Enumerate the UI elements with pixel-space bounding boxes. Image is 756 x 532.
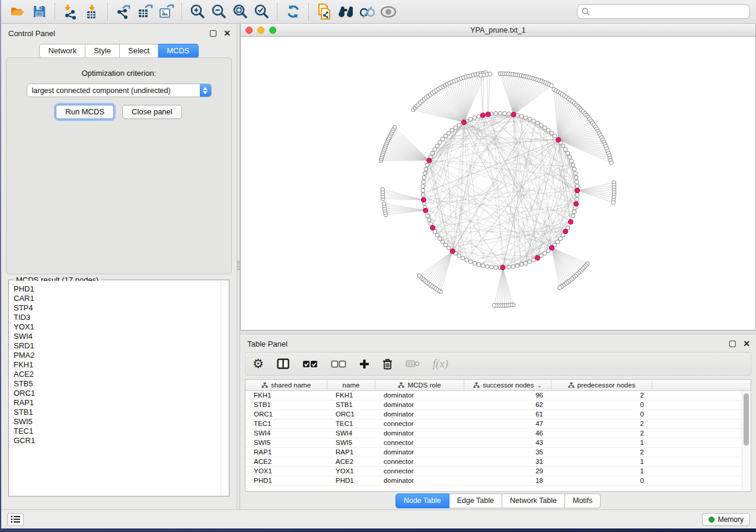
network-node[interactable] <box>421 193 425 197</box>
zoom-selected-button[interactable] <box>251 3 272 21</box>
save-session-button[interactable] <box>28 3 50 21</box>
mcds-hub-node[interactable] <box>461 120 466 125</box>
network-node[interactable] <box>535 121 539 124</box>
run-mcds-button[interactable]: Run MCDS <box>56 105 114 119</box>
table-row[interactable]: SWI4SWI4dominator462 <box>245 429 751 438</box>
open-session-button[interactable] <box>7 3 28 21</box>
result-list-item[interactable]: TID3 <box>14 313 217 322</box>
network-node[interactable] <box>543 126 547 129</box>
network-node[interactable] <box>524 261 527 265</box>
network-node[interactable] <box>575 184 579 188</box>
tab-network-table[interactable]: Network Table <box>502 493 565 508</box>
network-node[interactable] <box>573 171 577 175</box>
network-node[interactable] <box>465 258 468 262</box>
result-list-item[interactable]: ACE2 <box>14 370 217 379</box>
network-node[interactable] <box>611 200 615 204</box>
tab-node-table[interactable]: Node Table <box>395 493 449 508</box>
panel-divider[interactable] <box>237 24 240 509</box>
network-node[interactable] <box>477 114 480 118</box>
network-node[interactable] <box>553 134 556 137</box>
network-node[interactable] <box>572 167 576 171</box>
column-header-shared-name[interactable]: shared name <box>245 380 327 390</box>
network-node[interactable] <box>498 111 502 115</box>
network-node[interactable] <box>447 246 451 249</box>
table-row[interactable]: ORC1ORC1dominator610 <box>245 410 751 419</box>
network-node[interactable] <box>422 175 426 179</box>
network-node[interactable] <box>417 274 421 277</box>
tab-style[interactable]: Style <box>85 44 120 58</box>
network-node[interactable] <box>421 184 425 188</box>
table-scrollbar-thumb[interactable] <box>744 393 749 446</box>
network-node[interactable] <box>430 151 434 155</box>
network-node[interactable] <box>494 111 497 115</box>
network-node[interactable] <box>473 261 476 265</box>
network-node[interactable] <box>450 129 454 132</box>
memory-button[interactable]: Memory <box>702 513 750 526</box>
network-node[interactable] <box>558 286 562 289</box>
network-node[interactable] <box>435 144 439 148</box>
tab-select[interactable]: Select <box>120 44 158 58</box>
network-node[interactable] <box>572 210 576 213</box>
network-node[interactable] <box>424 167 428 171</box>
network-node[interactable] <box>546 249 550 252</box>
mcds-hub-node[interactable] <box>423 208 428 213</box>
delete-column-button[interactable] <box>382 355 393 372</box>
import-table-button[interactable] <box>81 3 103 21</box>
close-panel-button[interactable]: Close panel <box>122 105 182 119</box>
zoom-out-button[interactable] <box>208 3 229 21</box>
import-network-button[interactable] <box>60 3 81 21</box>
table-row[interactable]: ACE2ACE2connector311 <box>245 457 751 467</box>
network-node[interactable] <box>490 265 493 269</box>
result-scrollbar[interactable] <box>221 281 228 495</box>
column-header-MCDS-role[interactable]: MCDS role <box>375 380 464 390</box>
network-node[interactable] <box>571 214 575 217</box>
network-node[interactable] <box>473 116 476 119</box>
network-node[interactable] <box>546 129 550 132</box>
mcds-hub-node[interactable] <box>450 249 455 254</box>
mcds-hub-node[interactable] <box>511 112 516 117</box>
column-header-predecessor-nodes[interactable]: predecessor nodes <box>551 380 652 390</box>
column-header-successor-nodes[interactable]: successor nodes⌄ <box>464 380 551 390</box>
delete-table-button[interactable] <box>406 355 420 372</box>
tab-mcds[interactable]: MCDS <box>158 44 198 58</box>
result-list-item[interactable]: SRD1 <box>14 341 217 351</box>
network-node[interactable] <box>610 161 613 165</box>
table-row[interactable]: SWI5SWI5connector431 <box>245 438 751 448</box>
table-settings-button[interactable]: ⚙ <box>253 355 264 372</box>
result-list-item[interactable]: GCR1 <box>14 436 217 446</box>
function-builder-button[interactable]: f(x) <box>433 355 448 372</box>
network-node[interactable] <box>519 114 523 118</box>
result-list-item[interactable]: STB5 <box>14 379 217 389</box>
table-scrollbar[interactable] <box>742 391 749 490</box>
network-node[interactable] <box>561 233 564 237</box>
network-window-titlebar[interactable]: YPA_prune.txt_1 <box>241 24 755 37</box>
task-history-button[interactable] <box>7 513 24 526</box>
mcds-hub-node[interactable] <box>421 197 426 202</box>
search-input[interactable] <box>593 7 745 17</box>
network-node[interactable] <box>575 175 578 179</box>
table-row[interactable]: FKH1FKH1dominator962 <box>245 391 751 400</box>
mcds-hub-node[interactable] <box>535 255 540 260</box>
network-node[interactable] <box>488 72 492 76</box>
export-table-button[interactable] <box>134 3 155 21</box>
column-header-name[interactable]: name <box>327 380 375 390</box>
network-node[interactable] <box>457 123 461 127</box>
network-node[interactable] <box>429 222 432 226</box>
network-node[interactable] <box>575 180 579 184</box>
result-list-item[interactable]: SWI4 <box>14 332 217 341</box>
network-node[interactable] <box>438 140 442 144</box>
mcds-hub-node[interactable] <box>563 229 568 233</box>
result-list-item[interactable]: YOX1 <box>14 322 217 332</box>
show-graphics-button[interactable] <box>378 3 399 21</box>
search-network-button[interactable] <box>335 3 356 21</box>
network-node[interactable] <box>441 240 444 243</box>
network-node[interactable] <box>492 303 496 307</box>
result-list-item[interactable]: SWI5 <box>14 417 217 427</box>
network-node[interactable] <box>528 260 531 264</box>
result-list-item[interactable]: STP4 <box>14 303 217 313</box>
network-node[interactable] <box>507 265 511 269</box>
network-node[interactable] <box>444 243 447 246</box>
network-node[interactable] <box>566 151 569 155</box>
network-node[interactable] <box>571 163 575 166</box>
network-node[interactable] <box>494 265 497 269</box>
